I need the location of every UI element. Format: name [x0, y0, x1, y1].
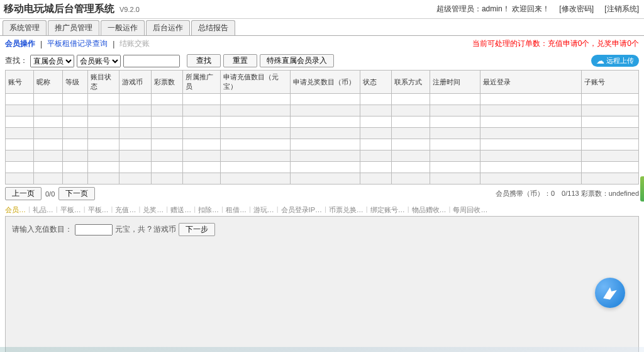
mini-tab[interactable]: 物品赠收… [412, 205, 447, 215]
main-tabs: 系统管理 推广员管理 一般运作 后台运作 总结报告 [0, 20, 644, 36]
remote-upload-button[interactable]: ☁ 远程上传 [591, 55, 639, 67]
table-row[interactable] [6, 162, 639, 173]
col-contact: 联系方式 [392, 71, 430, 94]
col-last-login: 最近登录 [480, 71, 582, 94]
col-acct-status: 账目状态 [87, 71, 119, 94]
mini-tab[interactable]: 礼品… [33, 205, 53, 215]
mini-tab[interactable]: 租借… [226, 205, 247, 215]
next-page-button[interactable]: 下一页 [58, 187, 95, 200]
tab-system[interactable]: 系统管理 [3, 20, 47, 35]
cloud-icon: ☁ [596, 56, 604, 65]
table-header-row: 账号 昵称 等级 账目状态 游戏币 彩票数 所属推广员 申请充值数目（元宝） 申… [6, 71, 639, 94]
subtab-tablet-records[interactable]: 平板租借记录查询 [47, 38, 108, 49]
recharge-amount-input[interactable] [75, 224, 113, 236]
mini-tab[interactable]: 赠送… [170, 205, 191, 215]
search-bar: 查找： 直属会员 会员账号 查找 重置 特殊直属会员录入 ☁ 远程上传 [0, 52, 644, 70]
recharge-unit: 元宝，共 ? 游戏币 [115, 224, 176, 235]
pager-row: 上一页 0/0 下一页 会员携带（币）：0 0/113 彩票数：undefine… [0, 185, 644, 203]
mini-tab[interactable]: 币票兑换… [329, 205, 364, 215]
pending-orders: 当前可处理的订单数：充值申请0个，兑奖申请0个 [472, 38, 639, 49]
change-password-link[interactable]: [修改密码] [559, 4, 594, 13]
detail-panel: 请输入充值数目： 元宝，共 ? 游戏币 下一步 [5, 216, 639, 352]
table-body [6, 94, 639, 185]
logout-link[interactable]: [注销系统] [604, 4, 639, 13]
table-row[interactable] [6, 128, 639, 139]
table-row[interactable] [6, 94, 639, 105]
search-type-select[interactable]: 直属会员 [30, 55, 74, 67]
sub-tabs: 会员操作 | 平板租借记录查询 | 结账交账 [5, 38, 150, 49]
col-nickname: 昵称 [34, 71, 62, 94]
recharge-prompt: 请输入充值数目： [12, 224, 72, 235]
mini-tab[interactable]: 兑奖… [143, 205, 164, 215]
page-count: 0/0 [45, 190, 55, 198]
next-step-button[interactable]: 下一步 [179, 223, 215, 236]
reset-button[interactable]: 重置 [223, 54, 257, 67]
col-recharge-amt: 申请充值数目（元宝） [221, 71, 291, 94]
search-label: 查找： [5, 55, 28, 66]
col-status: 状态 [360, 71, 391, 94]
app-version: V9.2.0 [119, 6, 140, 13]
side-strip[interactable] [640, 176, 644, 202]
col-redeem-amt: 申请兑奖数目（币） [291, 71, 360, 94]
tab-report[interactable]: 总结报告 [191, 20, 235, 35]
welcome-text: 欢迎回来！ [512, 4, 550, 13]
search-input[interactable] [123, 55, 180, 67]
mini-tab[interactable]: 充值… [115, 205, 136, 215]
subtab-settlement[interactable]: 结账交账 [119, 38, 150, 49]
table-row[interactable] [6, 105, 639, 116]
tab-promo[interactable]: 推广员管理 [48, 20, 99, 35]
taskbar [0, 347, 644, 352]
tab-general-ops[interactable]: 一般运作 [101, 20, 145, 35]
mini-tab[interactable]: 平板… [60, 205, 81, 215]
bird-icon [602, 285, 618, 301]
search-button[interactable]: 查找 [187, 54, 221, 67]
col-promoter: 所属推广员 [182, 71, 220, 94]
col-level: 等级 [62, 71, 87, 94]
search-field-select[interactable]: 会员账号 [77, 55, 121, 67]
app-title: 移动电玩城后台管理系统 [4, 3, 114, 16]
mini-tab[interactable]: 平板… [88, 205, 109, 215]
subtab-member-ops[interactable]: 会员操作 [5, 38, 35, 49]
col-tickets: 彩票数 [151, 71, 182, 94]
username: admin！ [482, 4, 510, 13]
table-row[interactable] [6, 116, 639, 128]
table-row[interactable] [6, 150, 639, 162]
special-entry-button[interactable]: 特殊直属会员录入 [260, 54, 334, 67]
col-subaccount: 子账号 [582, 71, 639, 94]
floating-app-icon[interactable] [595, 278, 625, 308]
table-row[interactable] [6, 173, 639, 185]
mini-tab[interactable]: 会员登录IP… [281, 205, 322, 215]
mini-tab[interactable]: 会员… [5, 205, 26, 215]
mini-tab[interactable]: 绑定账号… [370, 205, 405, 215]
col-reg-time: 注册时间 [430, 71, 480, 94]
role-label: 超级管理员： [436, 4, 482, 13]
tab-backend[interactable]: 后台运作 [146, 20, 190, 35]
member-table: 账号 昵称 等级 账目状态 游戏币 彩票数 所属推广员 申请充值数目（元宝） 申… [5, 70, 639, 185]
mini-tab[interactable]: 游玩… [253, 205, 274, 215]
table-row[interactable] [6, 139, 639, 150]
mini-tabs: 会员… | 礼品… | 平板… | 平板… | 充值… | 兑奖… | 赠送… … [0, 203, 644, 216]
top-links: 超级管理员：admin！ 欢迎回来！ [修改密码] [注销系统] [436, 4, 640, 14]
prev-page-button[interactable]: 上一页 [5, 187, 42, 200]
pager-summary: 会员携带（币）：0 0/113 彩票数：undefined [496, 189, 639, 198]
mini-tab[interactable]: 扣除… [198, 205, 219, 215]
mini-tab[interactable]: 每周回收… [453, 205, 487, 215]
col-coins: 游戏币 [119, 71, 151, 94]
col-account: 账号 [6, 71, 34, 94]
